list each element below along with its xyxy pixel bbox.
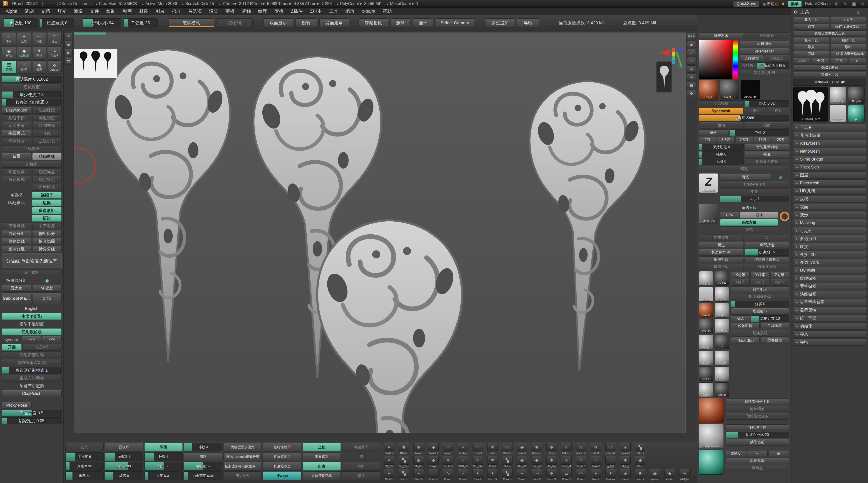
- button[interactable]: 为墙壁添加圆角: [223, 443, 262, 451]
- tool-tile[interactable]: ◠描边: [47, 32, 62, 45]
- button[interactable]: 存储相机: [359, 19, 388, 28]
- slider-control[interactable]: 面板环 5: [105, 452, 143, 461]
- button[interactable]: 曲线步长: [32, 138, 62, 144]
- color-picker-gradient[interactable]: [699, 40, 732, 79]
- button[interactable]: 生成 多边形网格物体: [830, 51, 866, 57]
- slider-control[interactable]: 笔刷计数 10: [751, 315, 789, 322]
- tool-tile[interactable]: ↺: [687, 57, 696, 64]
- menu-item[interactable]: 工具: [326, 8, 342, 14]
- button[interactable]: 表面: [699, 129, 729, 136]
- button[interactable]: 直线: [32, 130, 62, 137]
- brush-thumbnail[interactable]: ⟡Folds 0: [589, 456, 603, 469]
- button[interactable]: 按特性遮罩: [263, 443, 301, 451]
- button[interactable]: 使用遮罩: [2, 269, 62, 276]
- button[interactable]: ClayPolish: [2, 390, 62, 397]
- tool-tile[interactable]: ⬒: [64, 57, 73, 64]
- radial-symmetry-icon[interactable]: [780, 212, 789, 221]
- button[interactable]: Z目等: [770, 279, 789, 286]
- subpalette-bar[interactable]: FiberMesh: [793, 180, 866, 187]
- material-thumbnail[interactable]: zbro_G: [699, 351, 713, 365]
- brush-thumbnail[interactable]: ▚CurveN: [500, 469, 514, 482]
- brush-thumbnail[interactable]: ▚Zilla_s: [633, 443, 647, 455]
- slider-control[interactable]: 保持细化 0: [699, 144, 744, 151]
- subpalette-bar[interactable]: 纹理贴图: [793, 275, 866, 282]
- brush-thumbnail[interactable]: ◠CurveS: [574, 469, 588, 482]
- brush-thumbnail[interactable]: 〰KnifeCu: [426, 469, 440, 482]
- subpalette-bar[interactable]: 初始化: [793, 322, 866, 330]
- button[interactable]: 粘贴工具: [830, 37, 866, 43]
- brush-thumbnail[interactable]: ⟡XMD_St: [456, 456, 470, 469]
- button[interactable]: 冻结细分: [765, 55, 789, 62]
- subpalette-bar[interactable]: HD 几何: [793, 187, 866, 195]
- material-thumbnail[interactable]: ToyPla: [715, 303, 729, 318]
- screen-icon[interactable]: ▣: [851, 1, 857, 6]
- button[interactable]: 动态细节: [699, 234, 744, 241]
- document-canvas[interactable]: [73, 32, 686, 433]
- active-tool-thumbnail[interactable]: JINMA01_002: [793, 87, 828, 122]
- button[interactable]: 切换: [342, 472, 380, 480]
- material-thumbnail[interactable]: R: [848, 105, 865, 122]
- subpalette-bar[interactable]: Slime Bridge: [793, 156, 866, 163]
- button[interactable]: 图中间横物体: [731, 294, 789, 300]
- subpalette-bar[interactable]: 统一置变: [793, 315, 866, 322]
- slider-control[interactable]: 厚度 0.02: [65, 462, 103, 471]
- button[interactable]: 删除循环: [745, 32, 789, 39]
- material-thumbnail[interactable]: zbro_Gray_ex: [699, 424, 724, 449]
- slider-control[interactable]: 强度 0: [699, 151, 744, 158]
- brush-thumbnail[interactable]: ▚SelectL: [397, 469, 411, 482]
- button[interactable]: 7.5万: [735, 137, 753, 143]
- subpalette-bar[interactable]: 联接: [793, 243, 866, 250]
- button[interactable]: 细化: [744, 108, 766, 114]
- slider-control[interactable]: 标高 5: [105, 472, 143, 480]
- color-picker[interactable]: [699, 40, 738, 79]
- button[interactable]: 保持边: [740, 62, 756, 69]
- slider-control[interactable]: 无缝 0: [699, 159, 744, 165]
- button[interactable]: 重建细分: [740, 41, 789, 47]
- button[interactable]: 镜像: [745, 151, 789, 158]
- alpha-preview-box[interactable]: [74, 49, 118, 78]
- button[interactable]: 投射: [745, 122, 789, 129]
- button[interactable]: 边框: [32, 199, 62, 206]
- canvas-transparent-indicator[interactable]: [782, 2, 784, 5]
- slider-control[interactable]: 大小 1: [720, 196, 789, 202]
- material-thumbnail[interactable]: Fast_P: [699, 80, 718, 99]
- menu-toggle-button[interactable]: 菜单: [787, 1, 802, 7]
- button[interactable]: 拆分分组: [32, 246, 62, 253]
- subpalette-bar[interactable]: ArrayMesh: [793, 140, 866, 147]
- button[interactable]: 延迟平滑: [2, 122, 31, 129]
- brush-thumbnail[interactable]: ❖ScribeS: [441, 456, 455, 469]
- slider-control[interactable]: 削减宽度 0.05: [2, 417, 62, 424]
- radio-toggle[interactable]: ◉: [32, 277, 62, 284]
- button[interactable]: 按Dynamesh相减分组: [223, 452, 262, 461]
- button[interactable]: 仅边框: [23, 344, 62, 351]
- button[interactable]: 笔刷修改: [2, 138, 31, 144]
- button[interactable]: 多重追加: [485, 19, 515, 28]
- button[interactable]: 折边: [32, 215, 62, 222]
- brush-thumbnail[interactable]: ❖橘皮纹: [618, 456, 632, 469]
- button[interactable]: 折边: [303, 462, 341, 471]
- slider-control[interactable]: 透明深度 0.31062: [2, 76, 62, 83]
- button[interactable]: 折边: [699, 242, 744, 249]
- axis-x-cone[interactable]: [660, 49, 670, 56]
- brush-thumbnail[interactable]: ✶SK_Slat: [382, 456, 396, 469]
- button[interactable]: 取消折边: [699, 264, 744, 270]
- brush-thumbnail[interactable]: ⌁CurveS: [515, 469, 529, 482]
- tool-tile[interactable]: ▦: [687, 82, 696, 89]
- material-thumbnail[interactable]: L1_scul: [715, 287, 729, 301]
- menu-item[interactable]: 编辑: [70, 8, 86, 14]
- brush-thumbnail[interactable]: ∿Folds 0: [574, 456, 588, 469]
- material-thumbnail[interactable]: Fatmir's: [699, 382, 713, 397]
- material-thumbnail[interactable]: zbro_G: [715, 351, 729, 365]
- slider-control[interactable]: 焦点衰减 0: [40, 19, 74, 28]
- button[interactable]: 双面: [145, 443, 183, 451]
- slider-control[interactable]: 最少连接点 3: [2, 91, 62, 98]
- button[interactable]: 仅绘制: [216, 19, 253, 28]
- slider-control[interactable]: 中值 0: [730, 129, 789, 136]
- button[interactable]: 另存为: [830, 17, 866, 23]
- button[interactable]: 背面遮罩: [319, 19, 349, 28]
- menu-item[interactable]: 蒙板: [222, 8, 238, 14]
- slider-control[interactable]: 组坡度 50: [184, 462, 222, 471]
- brush-thumbnail[interactable]: ◠MoveT: [441, 443, 455, 455]
- brush-thumbnail[interactable]: ◈ScalesF: [515, 443, 529, 455]
- brush-thumbnail[interactable]: ✦CurveL: [471, 469, 485, 482]
